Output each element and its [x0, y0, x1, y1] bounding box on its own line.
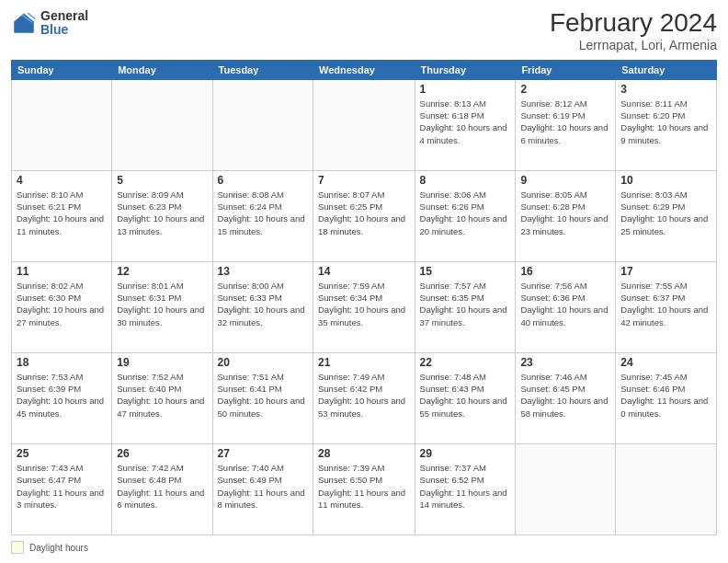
calendar-week-5: 25Sunrise: 7:43 AM Sunset: 6:47 PM Dayli… [12, 443, 717, 534]
day-number: 8 [420, 174, 511, 187]
day-number: 12 [117, 265, 207, 278]
day-number: 10 [620, 174, 711, 187]
title-block: February 2024 Lerrnapat, Lori, Armenia [550, 9, 717, 52]
calendar-cell [12, 79, 112, 170]
day-number: 17 [620, 265, 711, 278]
calendar-header-monday: Monday [112, 60, 212, 79]
day-number: 28 [318, 447, 410, 460]
day-info: Sunrise: 7:55 AM Sunset: 6:37 PM Dayligh… [620, 280, 711, 328]
calendar-cell: 13Sunrise: 8:00 AM Sunset: 6:33 PM Dayli… [212, 261, 313, 352]
calendar-cell: 17Sunrise: 7:55 AM Sunset: 6:37 PM Dayli… [616, 261, 717, 352]
calendar-cell: 8Sunrise: 8:06 AM Sunset: 6:26 PM Daylig… [415, 170, 516, 261]
day-number: 15 [420, 265, 511, 278]
day-number: 24 [620, 356, 711, 369]
calendar-header-tuesday: Tuesday [212, 60, 313, 79]
day-info: Sunrise: 8:01 AM Sunset: 6:31 PM Dayligh… [117, 280, 207, 328]
day-info: Sunrise: 7:48 AM Sunset: 6:43 PM Dayligh… [420, 371, 511, 419]
calendar-cell [112, 79, 212, 170]
daylight-label: Daylight hours [29, 543, 88, 553]
day-number: 27 [218, 447, 308, 460]
day-number: 18 [17, 356, 107, 369]
day-info: Sunrise: 8:10 AM Sunset: 6:21 PM Dayligh… [17, 189, 107, 237]
main-title: February 2024 [550, 9, 717, 38]
day-number: 5 [117, 174, 207, 187]
calendar-cell: 19Sunrise: 7:52 AM Sunset: 6:40 PM Dayli… [112, 352, 212, 443]
day-info: Sunrise: 7:49 AM Sunset: 6:42 PM Dayligh… [318, 371, 410, 419]
day-info: Sunrise: 7:56 AM Sunset: 6:36 PM Dayligh… [520, 280, 610, 328]
day-info: Sunrise: 7:45 AM Sunset: 6:46 PM Dayligh… [620, 371, 711, 419]
day-info: Sunrise: 7:46 AM Sunset: 6:45 PM Dayligh… [520, 371, 610, 419]
day-info: Sunrise: 8:03 AM Sunset: 6:29 PM Dayligh… [620, 189, 711, 237]
calendar-cell: 9Sunrise: 8:05 AM Sunset: 6:28 PM Daylig… [516, 170, 616, 261]
subtitle: Lerrnapat, Lori, Armenia [550, 38, 717, 52]
day-info: Sunrise: 8:08 AM Sunset: 6:24 PM Dayligh… [218, 189, 308, 237]
day-number: 3 [620, 83, 711, 96]
calendar-cell: 12Sunrise: 8:01 AM Sunset: 6:31 PM Dayli… [112, 261, 212, 352]
day-number: 2 [520, 83, 610, 96]
calendar-cell: 21Sunrise: 7:49 AM Sunset: 6:42 PM Dayli… [313, 352, 415, 443]
calendar-cell: 2Sunrise: 8:12 AM Sunset: 6:19 PM Daylig… [516, 79, 616, 170]
calendar-table: SundayMondayTuesdayWednesdayThursdayFrid… [11, 60, 717, 535]
day-number: 23 [520, 356, 610, 369]
calendar-cell: 27Sunrise: 7:40 AM Sunset: 6:49 PM Dayli… [212, 443, 313, 534]
calendar-cell: 25Sunrise: 7:43 AM Sunset: 6:47 PM Dayli… [12, 443, 112, 534]
calendar-cell: 18Sunrise: 7:53 AM Sunset: 6:39 PM Dayli… [12, 352, 112, 443]
calendar-cell: 28Sunrise: 7:39 AM Sunset: 6:50 PM Dayli… [313, 443, 415, 534]
calendar-cell: 4Sunrise: 8:10 AM Sunset: 6:21 PM Daylig… [12, 170, 112, 261]
day-number: 4 [17, 174, 107, 187]
header: General Blue February 2024 Lerrnapat, Lo… [11, 9, 717, 52]
logo-general: General [40, 9, 88, 23]
calendar-cell [313, 79, 415, 170]
footer-note: Daylight hours [11, 541, 717, 554]
calendar-header-wednesday: Wednesday [313, 60, 415, 79]
logo-icon [11, 10, 37, 36]
day-info: Sunrise: 8:11 AM Sunset: 6:20 PM Dayligh… [620, 98, 711, 146]
day-number: 7 [318, 174, 410, 187]
day-number: 9 [520, 174, 610, 187]
calendar-cell: 29Sunrise: 7:37 AM Sunset: 6:52 PM Dayli… [415, 443, 516, 534]
calendar-week-1: 1Sunrise: 8:13 AM Sunset: 6:18 PM Daylig… [12, 79, 717, 170]
day-info: Sunrise: 8:05 AM Sunset: 6:28 PM Dayligh… [520, 189, 610, 237]
calendar-cell [516, 443, 616, 534]
calendar-cell [616, 443, 717, 534]
calendar-cell: 1Sunrise: 8:13 AM Sunset: 6:18 PM Daylig… [415, 79, 516, 170]
calendar-cell: 14Sunrise: 7:59 AM Sunset: 6:34 PM Dayli… [313, 261, 415, 352]
calendar-cell: 24Sunrise: 7:45 AM Sunset: 6:46 PM Dayli… [616, 352, 717, 443]
day-info: Sunrise: 7:52 AM Sunset: 6:40 PM Dayligh… [117, 371, 207, 419]
day-number: 20 [218, 356, 308, 369]
calendar-cell [212, 79, 313, 170]
day-info: Sunrise: 8:12 AM Sunset: 6:19 PM Dayligh… [520, 98, 610, 146]
day-number: 13 [218, 265, 308, 278]
calendar-cell: 20Sunrise: 7:51 AM Sunset: 6:41 PM Dayli… [212, 352, 313, 443]
day-number: 16 [520, 265, 610, 278]
day-info: Sunrise: 7:42 AM Sunset: 6:48 PM Dayligh… [117, 462, 207, 511]
calendar-header-saturday: Saturday [616, 60, 717, 79]
logo-blue: Blue [40, 23, 88, 37]
day-info: Sunrise: 7:53 AM Sunset: 6:39 PM Dayligh… [17, 371, 107, 419]
calendar-cell: 7Sunrise: 8:07 AM Sunset: 6:25 PM Daylig… [313, 170, 415, 261]
day-number: 22 [420, 356, 511, 369]
calendar-cell: 5Sunrise: 8:09 AM Sunset: 6:23 PM Daylig… [112, 170, 212, 261]
day-number: 11 [17, 265, 107, 278]
calendar-cell: 23Sunrise: 7:46 AM Sunset: 6:45 PM Dayli… [516, 352, 616, 443]
day-info: Sunrise: 8:02 AM Sunset: 6:30 PM Dayligh… [17, 280, 107, 328]
day-number: 29 [420, 447, 511, 460]
calendar-header-row: SundayMondayTuesdayWednesdayThursdayFrid… [12, 60, 717, 79]
calendar-header-thursday: Thursday [415, 60, 516, 79]
calendar-cell: 11Sunrise: 8:02 AM Sunset: 6:30 PM Dayli… [12, 261, 112, 352]
day-number: 1 [420, 83, 511, 96]
calendar-header-friday: Friday [516, 60, 616, 79]
logo-text: General Blue [40, 9, 88, 38]
day-number: 19 [117, 356, 207, 369]
page: General Blue February 2024 Lerrnapat, Lo… [0, 0, 728, 563]
calendar-week-4: 18Sunrise: 7:53 AM Sunset: 6:39 PM Dayli… [12, 352, 717, 443]
calendar-cell: 15Sunrise: 7:57 AM Sunset: 6:35 PM Dayli… [415, 261, 516, 352]
day-info: Sunrise: 7:39 AM Sunset: 6:50 PM Dayligh… [318, 462, 410, 511]
calendar-week-2: 4Sunrise: 8:10 AM Sunset: 6:21 PM Daylig… [12, 170, 717, 261]
day-number: 14 [318, 265, 410, 278]
day-number: 6 [218, 174, 308, 187]
day-info: Sunrise: 7:59 AM Sunset: 6:34 PM Dayligh… [318, 280, 410, 328]
day-info: Sunrise: 7:51 AM Sunset: 6:41 PM Dayligh… [218, 371, 308, 419]
calendar-cell: 16Sunrise: 7:56 AM Sunset: 6:36 PM Dayli… [516, 261, 616, 352]
day-info: Sunrise: 7:57 AM Sunset: 6:35 PM Dayligh… [420, 280, 511, 328]
